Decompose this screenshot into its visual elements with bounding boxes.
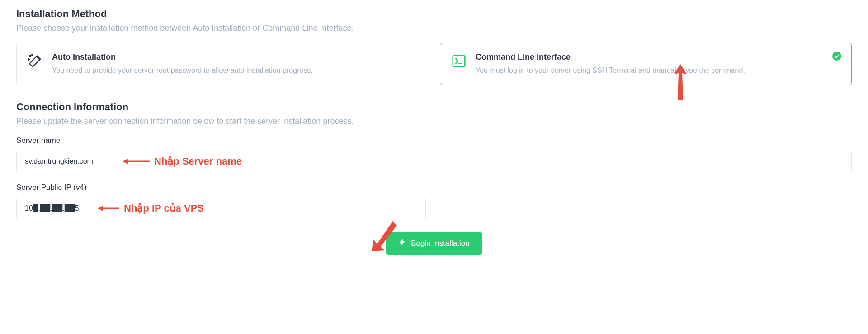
method-auto-card[interactable]: Auto Installation You need to provide yo…	[16, 43, 428, 85]
server-name-input[interactable]	[16, 151, 852, 172]
installation-method-title: Installation Method	[16, 8, 852, 20]
terminal-icon	[450, 52, 467, 70]
method-cli-card[interactable]: Command Line Interface You must log in t…	[440, 43, 852, 85]
server-ip-field: Server Public IP (v4) Nhập IP của VPS	[16, 183, 852, 219]
begin-installation-label: Begin Installation	[411, 239, 469, 248]
installation-method-desc: Please choose your installation method b…	[16, 24, 852, 33]
svg-rect-0	[453, 56, 465, 66]
server-name-field: Server name Nhập Server name	[16, 136, 852, 172]
method-auto-title: Auto Installation	[52, 52, 418, 62]
connection-info-title: Connection Information	[16, 101, 852, 113]
connection-info-desc: Please update the server connection info…	[16, 117, 852, 126]
server-name-label: Server name	[16, 136, 852, 145]
bolt-icon	[398, 238, 406, 249]
check-circle-icon	[832, 52, 841, 61]
begin-installation-button[interactable]: Begin Installation	[386, 232, 482, 255]
magic-wand-icon	[27, 52, 44, 70]
method-cli-desc: You must log in to your server using SSH…	[476, 66, 841, 75]
method-cli-title: Command Line Interface	[476, 52, 841, 62]
server-ip-label: Server Public IP (v4)	[16, 183, 852, 192]
svg-point-1	[832, 52, 841, 61]
server-ip-input[interactable]	[16, 198, 426, 219]
installation-method-options: Auto Installation You need to provide yo…	[16, 43, 852, 85]
method-auto-desc: You need to provide your server root pas…	[52, 66, 418, 75]
